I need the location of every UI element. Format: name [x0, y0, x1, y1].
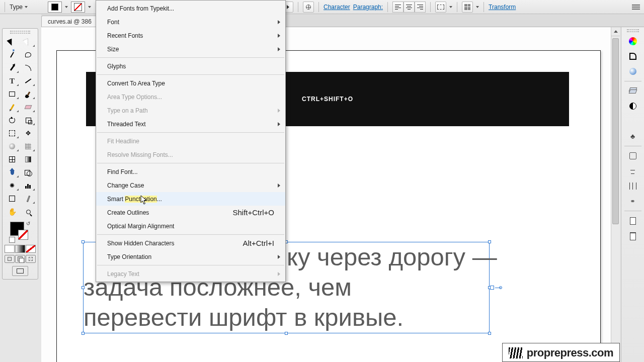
swatches-panel-button[interactable] [624, 114, 641, 128]
symbols-panel-button[interactable]: ♣ [624, 129, 641, 143]
control-bar-menu-icon[interactable] [632, 5, 640, 10]
align-right-button[interactable] [415, 2, 426, 13]
artboard-tool[interactable] [5, 193, 20, 205]
transform-panel-link[interactable]: Transform [489, 4, 516, 11]
direct-selection-tool[interactable] [21, 36, 36, 48]
width-tool[interactable] [5, 127, 20, 139]
chevron-down-icon[interactable] [65, 6, 68, 8]
eraser-tool[interactable] [21, 101, 36, 113]
menu-item-change-case[interactable]: Change Case [96, 178, 285, 192]
menu-item-type-orientation[interactable]: Type Orientation [96, 250, 285, 263]
rectangle-tool[interactable] [5, 88, 20, 100]
align-icon [629, 183, 636, 190]
free-transform-tool[interactable]: ✥ [21, 127, 36, 139]
selection-tool[interactable] [5, 36, 20, 48]
menu-item-threaded-text[interactable]: Threaded Text [96, 117, 285, 131]
scroll-thumb[interactable] [612, 38, 619, 224]
fill-stroke-indicator[interactable]: ↺ [9, 221, 31, 243]
menu-item-add-fonts-from-typekit[interactable]: Add Fonts from Typekit... [96, 2, 285, 15]
eyedropper-tool[interactable] [5, 166, 20, 178]
magic-wand-tool[interactable] [5, 49, 20, 61]
type-tool[interactable]: T [5, 75, 20, 87]
menu-item-create-outlines[interactable]: Create OutlinesShift+Ctrl+O [96, 206, 285, 219]
panel-grip[interactable] [627, 29, 639, 32]
menu-item-show-hidden-characters[interactable]: Show Hidden CharactersAlt+Ctrl+I [96, 236, 285, 250]
align-panel-button[interactable] [462, 2, 473, 13]
rotate-tool[interactable] [5, 114, 20, 126]
draw-normal-button[interactable] [5, 255, 15, 263]
align-left-button[interactable] [392, 2, 404, 13]
lasso-tool[interactable] [21, 49, 36, 61]
column-graph-tool[interactable] [21, 179, 36, 192]
selection-handle[interactable] [82, 240, 85, 243]
selection-handle[interactable] [82, 286, 85, 289]
menu-item-font[interactable]: Font [96, 15, 285, 29]
menu-item-label: Optical Margin Alignment [107, 223, 174, 230]
draw-behind-button[interactable] [15, 255, 25, 263]
chevron-down-icon[interactable] [88, 6, 91, 8]
libraries-panel-button[interactable] [624, 229, 641, 243]
menu-item-find-font[interactable]: Find Font... [96, 165, 285, 178]
hand-tool[interactable]: ✋ [5, 206, 20, 218]
character-panel-link[interactable]: Character [324, 4, 350, 11]
menu-item-optical-margin-alignment[interactable]: Optical Margin Alignment [96, 219, 285, 233]
menu-item-recent-fonts[interactable]: Recent Fonts [96, 29, 285, 42]
selection-handle[interactable] [285, 332, 288, 335]
transparency-panel-button[interactable] [624, 99, 641, 113]
none-mode-button[interactable] [26, 245, 36, 253]
web-preview-button[interactable] [303, 2, 314, 13]
gradient-tool[interactable] [21, 153, 36, 165]
menu-item-size[interactable]: Size [96, 42, 285, 56]
gradient-mode-button[interactable] [15, 245, 25, 253]
color-guide-panel-button[interactable] [624, 64, 641, 78]
stroke-swatch[interactable] [71, 2, 85, 13]
document-tab[interactable]: curves.ai @ 386 [41, 16, 98, 27]
swap-fill-stroke-icon[interactable]: ↺ [26, 221, 30, 226]
menu-item-convert-to-area-type[interactable]: Convert To Area Type [96, 76, 285, 90]
scale-tool[interactable] [21, 114, 36, 126]
shape-builder-tool[interactable] [5, 140, 20, 152]
default-fill-stroke[interactable] [9, 237, 15, 243]
paintbrush-tool[interactable] [21, 88, 36, 100]
artboards-panel-button[interactable] [624, 214, 641, 228]
curvature-tool[interactable] [21, 62, 36, 74]
stroke-indicator[interactable] [18, 230, 28, 240]
menu-item-smart-punctuation[interactable]: Smart Punctuation... [96, 192, 285, 206]
paragraph-panel-button[interactable] [624, 164, 641, 178]
shape-panel-button[interactable] [624, 49, 641, 63]
pen-tool[interactable] [5, 62, 20, 74]
selection-handle[interactable] [488, 240, 491, 243]
vertical-scrollbar[interactable] [611, 27, 620, 353]
blend-tool[interactable] [21, 166, 36, 178]
draw-inside-button[interactable] [26, 255, 36, 263]
text-out-port[interactable] [490, 286, 494, 290]
zoom-tool[interactable] [21, 206, 36, 218]
symbol-sprayer-tool[interactable]: ✺ [5, 179, 20, 192]
align-center-button[interactable] [404, 2, 415, 13]
screen-mode-button[interactable] [12, 266, 28, 276]
slice-tool[interactable] [21, 193, 36, 205]
panel-grip[interactable] [10, 31, 30, 34]
fill-swatch[interactable] [48, 2, 62, 13]
pencil-tool[interactable] [5, 101, 20, 113]
menu-item-label: Size [107, 46, 119, 53]
menu-item-label: Font [107, 19, 119, 26]
perspective-grid-tool[interactable] [21, 140, 36, 152]
brushes-panel-button[interactable] [624, 149, 641, 163]
text-thread-port[interactable] [499, 286, 502, 289]
mesh-tool[interactable] [5, 153, 20, 165]
selection-handle[interactable] [488, 332, 491, 335]
selection-handle[interactable] [82, 332, 85, 335]
chevron-down-icon[interactable] [449, 6, 452, 8]
menu-item-glyphs[interactable]: Glyphs [96, 59, 285, 73]
chevron-down-icon[interactable] [476, 6, 479, 8]
color-panel-button[interactable] [624, 34, 641, 48]
paragraph-panel-link[interactable]: Paragraph: [353, 4, 383, 11]
line-segment-tool[interactable] [21, 75, 36, 87]
links-panel-button[interactable]: ⚭ [624, 194, 641, 208]
color-mode-button[interactable] [5, 245, 15, 253]
scroll-up-button[interactable] [611, 27, 620, 36]
layers-panel-button[interactable] [624, 84, 641, 98]
area-type-options-button[interactable] [435, 2, 446, 13]
align-panel-button[interactable] [624, 179, 641, 193]
